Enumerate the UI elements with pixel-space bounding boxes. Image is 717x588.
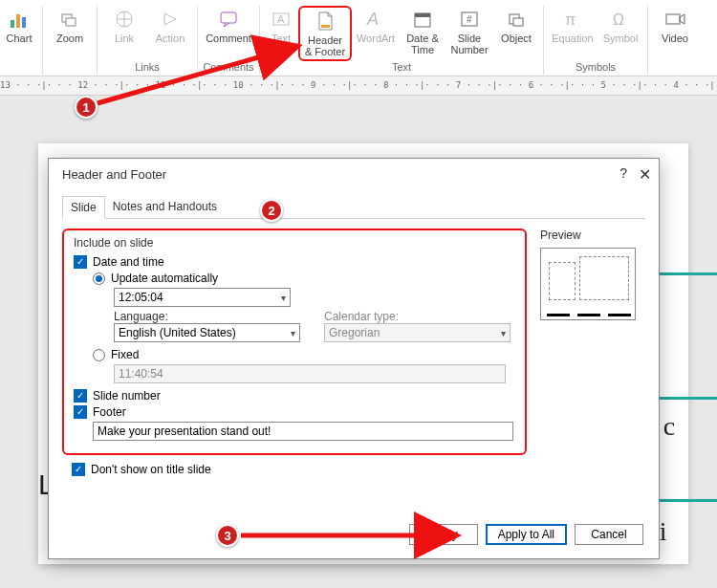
- svg-rect-19: [666, 14, 680, 24]
- links-group-label: Links: [135, 61, 160, 75]
- close-button[interactable]: ✕: [639, 165, 651, 184]
- time-format-combo[interactable]: 12:05:04▾: [114, 288, 291, 307]
- tab-notes-handouts[interactable]: Notes and Handouts: [105, 196, 225, 219]
- text-group-label: Text: [392, 61, 411, 75]
- wordart-icon: A: [364, 8, 387, 31]
- svg-rect-4: [66, 18, 76, 26]
- object-button[interactable]: Object: [493, 6, 539, 61]
- svg-rect-12: [415, 13, 430, 17]
- apply-button[interactable]: Apply: [409, 524, 478, 545]
- text-button[interactable]: A Text: [264, 6, 298, 61]
- svg-text:Ω: Ω: [613, 11, 624, 28]
- date-time-icon: [411, 8, 434, 31]
- action-button[interactable]: Action: [147, 6, 193, 61]
- svg-rect-6: [221, 12, 236, 23]
- svg-rect-9: [321, 25, 330, 28]
- date-time-checkbox-row[interactable]: Date and time: [74, 255, 515, 269]
- action-icon: [159, 8, 182, 31]
- symbols-group-label: Symbols: [576, 61, 616, 75]
- language-combo[interactable]: English (United States)▾: [114, 323, 300, 342]
- preview-thumbnail: [540, 248, 636, 320]
- dont-show-checkbox[interactable]: [72, 463, 85, 476]
- equation-icon: π: [561, 8, 584, 31]
- date-time-button[interactable]: Date & Time: [400, 6, 445, 61]
- symbol-icon: Ω: [609, 8, 632, 31]
- dont-show-checkbox-row[interactable]: Don't show on title slide: [72, 463, 527, 476]
- header-footer-button[interactable]: Header & Footer: [298, 6, 352, 61]
- tab-slide[interactable]: Slide: [62, 196, 105, 219]
- svg-rect-1: [16, 14, 20, 28]
- ribbon: Chart Zoom Link Action Links: [0, 0, 717, 76]
- svg-text:π: π: [565, 11, 576, 28]
- symbol-button[interactable]: Ω Symbol: [598, 6, 643, 61]
- header-footer-icon: [314, 10, 337, 33]
- slide-number-checkbox[interactable]: [74, 389, 87, 403]
- slide-number-icon: #: [458, 8, 481, 31]
- textbox-icon: A: [270, 8, 293, 31]
- slide-number-button[interactable]: # Slide Number: [445, 6, 493, 61]
- svg-text:A: A: [277, 13, 285, 25]
- preview-label: Preview: [540, 229, 645, 242]
- annotation-badge-1: 1: [75, 96, 98, 119]
- ruler: 13 · · ·|· · · 12 · · ·|· · · 11 · · ·|·…: [0, 76, 717, 96]
- dialog-titlebar: Header and Footer ? ✕: [49, 159, 659, 189]
- help-button[interactable]: ?: [619, 165, 627, 184]
- chart-icon: [8, 8, 31, 31]
- calendar-combo: Gregorian▾: [324, 323, 511, 342]
- video-icon: [663, 8, 686, 31]
- comment-button[interactable]: Comment: [202, 6, 255, 61]
- zoom-button[interactable]: Zoom: [47, 6, 93, 61]
- language-label: Language:: [114, 310, 305, 323]
- svg-rect-2: [22, 17, 26, 28]
- apply-to-all-button[interactable]: Apply to All: [486, 524, 567, 545]
- zoom-icon: [58, 8, 81, 31]
- cancel-button[interactable]: Cancel: [575, 524, 643, 545]
- date-time-checkbox[interactable]: [74, 255, 87, 269]
- object-icon: [505, 8, 528, 31]
- update-auto-radio[interactable]: [93, 272, 105, 285]
- video-button[interactable]: Video: [652, 6, 698, 61]
- dialog-title: Header and Footer: [62, 167, 166, 182]
- svg-text:A: A: [366, 10, 379, 29]
- link-icon: [113, 8, 136, 31]
- svg-rect-16: [513, 18, 523, 26]
- annotation-badge-2: 2: [260, 199, 283, 222]
- update-auto-radio-row[interactable]: Update automatically: [93, 272, 515, 285]
- dialog-tabs: Slide Notes and Handouts: [62, 195, 645, 219]
- chart-label: Chart: [7, 33, 33, 44]
- chevron-down-icon: ▾: [291, 328, 295, 338]
- comment-icon: [217, 8, 240, 31]
- slide-number-checkbox-row[interactable]: Slide number: [74, 389, 515, 403]
- header-footer-dialog: Header and Footer ? ✕ Slide Notes and Ha…: [48, 158, 660, 559]
- annotation-badge-3: 3: [216, 524, 239, 547]
- fixed-radio-row[interactable]: Fixed: [93, 348, 515, 361]
- svg-rect-0: [11, 20, 14, 28]
- footer-checkbox[interactable]: [74, 405, 87, 419]
- footer-text-input[interactable]: Make your presentation stand out!: [93, 422, 513, 441]
- wordart-button[interactable]: A WordArt: [352, 6, 400, 61]
- fixed-radio[interactable]: [93, 349, 105, 361]
- include-on-slide-group: Include on slide Date and time Update au…: [62, 229, 527, 455]
- chevron-down-icon: ▾: [501, 328, 506, 338]
- chart-button[interactable]: Chart: [0, 6, 38, 61]
- calendar-label: Calendar type:: [324, 310, 515, 323]
- link-button[interactable]: Link: [101, 6, 147, 61]
- fixed-time-input: 11:40:54: [114, 364, 506, 383]
- footer-checkbox-row[interactable]: Footer: [74, 405, 515, 419]
- include-label: Include on slide: [74, 236, 515, 250]
- svg-text:#: #: [467, 14, 472, 25]
- comments-group-label: Comments: [203, 61, 253, 75]
- equation-button[interactable]: π Equation: [548, 6, 598, 61]
- chevron-down-icon: ▾: [281, 293, 286, 303]
